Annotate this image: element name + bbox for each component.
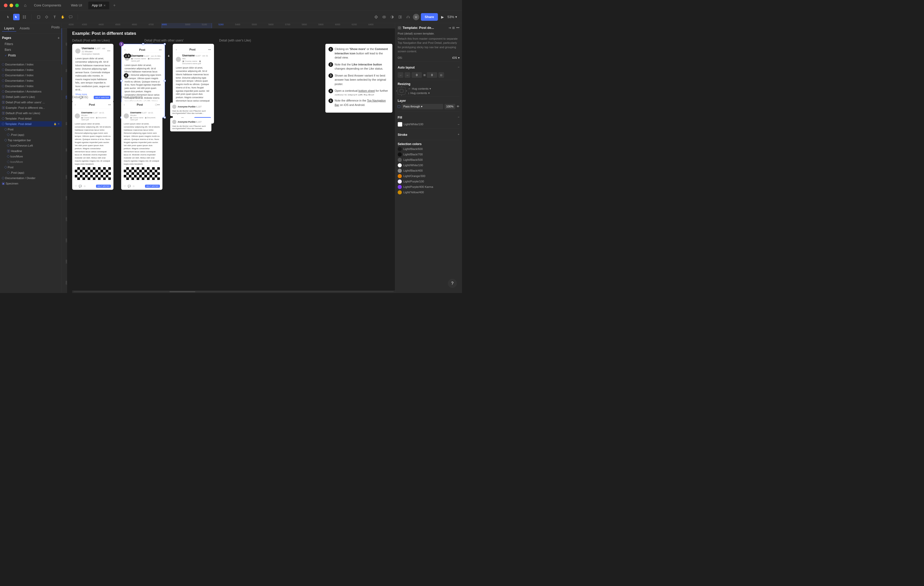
layer-top-nav[interactable]: Top navigation bar xyxy=(0,138,62,143)
layer-detail-user-like[interactable]: T Detail (with user's Like) xyxy=(0,94,62,100)
detach-icon[interactable]: ⇥ xyxy=(448,26,451,30)
ios-more-icon[interactable]: ••• xyxy=(108,103,111,107)
layer-post-1[interactable]: Post xyxy=(0,127,62,132)
layer-icon-chevron[interactable]: Icon/Chevron-Left xyxy=(0,143,62,148)
frame-tool-button[interactable] xyxy=(21,14,28,20)
layer-specimen[interactable]: ▣ Specimen xyxy=(0,181,62,186)
page-item-posts[interactable]: ✓ Posts xyxy=(2,53,60,58)
ios-like-btn[interactable]: ♡ xyxy=(75,185,77,188)
auto-layout-minus[interactable]: − xyxy=(458,66,459,69)
move-tool-button[interactable] xyxy=(5,14,12,20)
handle-tr[interactable] xyxy=(164,43,166,45)
al-settings-btn[interactable]: ⊟ xyxy=(439,72,444,78)
layer-example-post[interactable]: T Example: Post in different sta... xyxy=(0,105,62,110)
handle-lm[interactable] xyxy=(120,80,122,82)
android-more-icon[interactable]: ••• xyxy=(157,103,160,107)
layer-icon-more-1[interactable]: Icon/More xyxy=(0,154,62,159)
contrast-icon[interactable] xyxy=(389,14,395,20)
page-item-bars[interactable]: Bars xyxy=(2,47,60,53)
al-wrap-btn[interactable]: ↔ xyxy=(405,72,411,78)
color-swatch-7[interactable] xyxy=(398,179,402,184)
close-button[interactable] xyxy=(4,3,7,7)
layer-doc-annotations[interactable]: Documentation / Annotations xyxy=(0,89,62,94)
select-tool-button[interactable] xyxy=(13,14,20,20)
eye-icon[interactable]: 👁 xyxy=(58,123,60,125)
prototype-play-button[interactable]: ▶ xyxy=(439,14,446,20)
headphones-icon[interactable] xyxy=(405,14,411,20)
maximize-button[interactable] xyxy=(15,3,19,7)
al-gap-input[interactable]: 0 xyxy=(412,72,422,78)
share-button[interactable]: Share xyxy=(421,13,438,21)
text-tool-button[interactable]: T xyxy=(51,14,58,20)
layer-template-post-detail-2[interactable]: Template: Post detail 🔒 👁 xyxy=(0,121,62,127)
handle-tm[interactable] xyxy=(142,43,144,45)
layer-visibility-toggle[interactable]: 👁 xyxy=(457,105,459,108)
tab-close-icon[interactable]: ✕ xyxy=(103,3,106,7)
color-swatch-8[interactable] xyxy=(398,185,402,189)
page-item-filters[interactable]: Filters xyxy=(2,41,60,47)
more-icon[interactable]: ••• xyxy=(159,48,162,51)
minimize-button[interactable] xyxy=(10,3,13,7)
fill-minus-icon[interactable]: − xyxy=(458,115,459,119)
color-swatch-5[interactable] xyxy=(398,169,402,173)
more-icon[interactable]: ••• xyxy=(208,48,211,51)
posts-panel-button[interactable]: Posts xyxy=(51,25,60,32)
more-options-icon[interactable]: ••• xyxy=(107,49,111,53)
android-bookmark-btn[interactable]: ☆ xyxy=(132,185,135,188)
color-swatch-2[interactable] xyxy=(398,153,402,157)
component-icon[interactable] xyxy=(373,14,379,20)
layer-template-post-detail-1[interactable]: Template: Post detail xyxy=(0,116,62,121)
layer-opacity-input[interactable]: 100% xyxy=(444,104,455,109)
layer-post-app-2[interactable]: .Post (app) xyxy=(0,170,62,176)
fill-remove-button[interactable]: − xyxy=(458,123,459,126)
comment-tool-button[interactable] xyxy=(68,14,74,20)
tab-web-ui[interactable]: Web UI xyxy=(67,2,86,9)
rectangle-tool-button[interactable] xyxy=(36,14,42,20)
hand-tool-button[interactable]: ✋ xyxy=(59,14,66,20)
tab-add-button[interactable]: + xyxy=(113,3,116,8)
ios-comment-btn[interactable]: 💬 xyxy=(79,185,82,188)
layer-doc-index-1[interactable]: Documentation / Index xyxy=(0,62,62,67)
scrollbar-thumb[interactable] xyxy=(170,291,195,292)
color-swatch-6[interactable] xyxy=(398,174,402,178)
zoom-control[interactable]: 53% ▾ xyxy=(447,15,457,19)
layer-post-app-1[interactable]: .Post (app) xyxy=(0,132,62,138)
tab-core-components[interactable]: Core Components xyxy=(30,2,65,9)
tab-app-ui[interactable]: App UI ✕ xyxy=(88,2,109,9)
assets-tab[interactable]: Assets xyxy=(18,25,32,32)
color-swatch-1[interactable] xyxy=(398,147,402,151)
layer-blend-mode[interactable]: Pass through ▾ xyxy=(402,104,443,109)
layer-doc-divider[interactable]: Documentation / Divider xyxy=(0,176,62,181)
mask-icon[interactable] xyxy=(381,14,387,20)
layer-detail-other-likes[interactable]: T Detail (Post with other users' ... xyxy=(0,100,62,105)
layers-tab[interactable]: Layers xyxy=(2,25,16,32)
help-button[interactable]: ? xyxy=(448,279,457,288)
lock-icon[interactable]: 🔒 xyxy=(54,123,56,125)
color-swatch-4[interactable] xyxy=(398,163,402,168)
color-swatch-3[interactable] xyxy=(398,158,402,162)
al-padding-input[interactable]: 0 xyxy=(427,72,437,78)
layer-headline[interactable]: T Headline xyxy=(0,148,62,154)
android-share-icon[interactable]: ⬡ xyxy=(155,103,157,107)
handle-rm[interactable] xyxy=(164,80,166,82)
layer-icon-more-2[interactable]: Icon/More xyxy=(0,159,62,165)
android-comment-btn[interactable]: 💬 xyxy=(128,185,131,188)
stroke-add-icon[interactable]: + xyxy=(458,133,459,136)
layer-post-2[interactable]: Post xyxy=(0,165,62,170)
android-like-btn[interactable]: ♡ xyxy=(124,185,126,188)
layout-icon[interactable] xyxy=(397,14,403,20)
layer-doc-index-2[interactable]: Documentation / Index xyxy=(0,67,62,72)
layer-default-post[interactable]: T Default (Post with no Likes) xyxy=(0,110,62,116)
color-swatch-9[interactable] xyxy=(398,191,402,194)
layer-doc-index-4[interactable]: Documentation / Index xyxy=(0,78,62,84)
ios-bookmark-btn[interactable]: ☆ xyxy=(84,185,86,188)
layer-doc-index-5[interactable]: Documentation / Index xyxy=(0,84,62,89)
pages-add-button[interactable]: + xyxy=(58,36,59,40)
expand-icon[interactable]: ⊞ xyxy=(452,26,455,30)
more-options-icon[interactable]: ••• xyxy=(456,26,459,30)
pen-tool-button[interactable] xyxy=(44,14,50,20)
al-direction-btn[interactable]: → xyxy=(398,72,403,78)
home-icon[interactable]: ⌂ xyxy=(24,3,26,8)
fill-swatch[interactable] xyxy=(398,122,403,127)
layer-doc-index-3[interactable]: Documentation / Index xyxy=(0,72,62,78)
